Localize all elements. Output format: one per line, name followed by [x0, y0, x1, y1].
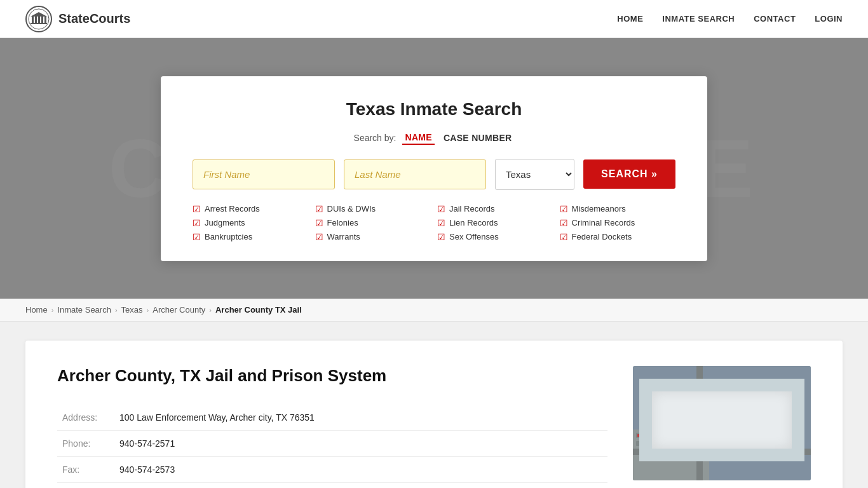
check-item: ☑Judgments	[193, 218, 309, 228]
svg-rect-22	[661, 433, 671, 438]
tab-name[interactable]: NAME	[402, 131, 434, 145]
jail-title: Archer County, TX Jail and Prison System	[57, 366, 607, 386]
content-card: Archer County, TX Jail and Prison System…	[25, 341, 843, 488]
svg-rect-6	[44, 17, 46, 23]
checkbox-icon: ☑	[437, 232, 445, 242]
svg-rect-15	[709, 385, 747, 410]
tab-case-number[interactable]: CASE NUMBER	[441, 132, 515, 144]
check-label: Judgments	[205, 218, 245, 227]
checkbox-icon: ☑	[193, 218, 201, 228]
check-label: Bankruptcies	[205, 232, 252, 241]
check-item: ☑Jail Records	[437, 204, 553, 214]
svg-rect-3	[35, 17, 37, 23]
check-label: Sex Offenses	[449, 232, 499, 241]
svg-rect-11	[633, 449, 811, 455]
svg-rect-26	[663, 434, 670, 437]
svg-rect-18	[798, 379, 800, 442]
check-label: Lien Records	[449, 218, 498, 227]
search-card-title: Texas Inmate Search	[193, 99, 675, 119]
svg-rect-16	[750, 385, 792, 410]
svg-point-29	[677, 400, 684, 408]
first-name-input[interactable]	[193, 159, 335, 189]
svg-rect-13	[703, 379, 798, 442]
facility-image	[633, 366, 811, 480]
breadcrumb-link[interactable]: Home	[25, 305, 48, 315]
search-by-row: Search by: NAME CASE NUMBER	[193, 131, 675, 145]
search-by-label: Search by:	[354, 133, 397, 143]
website-value: http://www.co.archer.tx.us/default.aspx?…	[114, 483, 607, 489]
checkbox-icon: ☑	[437, 204, 445, 214]
checkbox-icon: ☑	[315, 204, 323, 214]
check-label: Jail Records	[449, 204, 495, 214]
logo-text: StateCourts	[58, 11, 130, 26]
breadcrumb-separator: ›	[209, 306, 212, 314]
check-label: Criminal Records	[572, 218, 635, 227]
logo-area: StateCourts	[25, 6, 130, 32]
checkbox-icon: ☑	[560, 232, 568, 242]
check-item: ☑Warrants	[315, 232, 431, 242]
nav-contact[interactable]: CONTACT	[754, 14, 796, 24]
search-card: Texas Inmate Search Search by: NAME CASE…	[161, 76, 707, 261]
breadcrumb-separator: ›	[147, 306, 149, 314]
check-label: Federal Dockets	[572, 232, 632, 241]
content-left: Archer County, TX Jail and Prison System…	[57, 366, 607, 488]
svg-rect-23	[636, 441, 646, 446]
check-item: ☑Federal Dockets	[560, 232, 676, 242]
checkbox-icon: ☑	[315, 232, 323, 242]
breadcrumb-link[interactable]: Inmate Search	[57, 305, 111, 315]
check-item: ☑Sex Offenses	[437, 232, 553, 242]
svg-point-30	[665, 406, 671, 412]
main-content: Archer County, TX Jail and Prison System…	[0, 322, 868, 488]
svg-rect-24	[649, 441, 658, 446]
svg-marker-7	[31, 12, 47, 17]
search-inputs-row: Texas Alabama Alaska Arizona Arkansas Ca…	[193, 159, 675, 190]
content-right	[633, 366, 811, 488]
svg-point-28	[666, 396, 676, 406]
check-item: ☑Bankruptcies	[193, 232, 309, 242]
last-name-input[interactable]	[344, 159, 486, 189]
svg-rect-5	[41, 17, 43, 23]
check-item: ☑DUIs & DWIs	[315, 204, 431, 214]
check-item: ☑Misdemeanors	[560, 204, 676, 214]
nav-home[interactable]: HOME	[617, 14, 643, 24]
checkbox-icon: ☑	[315, 218, 323, 228]
address-value: 100 Law Enforcement Way, Archer city, TX…	[114, 405, 607, 431]
checkbox-icon: ☑	[193, 204, 201, 214]
phone-label: Phone:	[57, 431, 114, 457]
table-row: Address: 100 Law Enforcement Way, Archer…	[57, 405, 607, 431]
check-item: ☑Felonies	[315, 218, 431, 228]
breadcrumb: Home›Inmate Search›Texas›Archer County›A…	[0, 299, 868, 322]
breadcrumb-separator: ›	[115, 306, 118, 314]
svg-rect-27	[650, 442, 657, 445]
check-label: Warrants	[327, 232, 360, 241]
check-label: Misdemeanors	[572, 204, 626, 214]
check-item: ☑Lien Records	[437, 218, 553, 228]
nav-login[interactable]: LOGIN	[815, 14, 843, 24]
header: StateCourts HOME INMATE SEARCH CONTACT L…	[0, 0, 868, 38]
checkbox-icon: ☑	[560, 204, 568, 214]
checkbox-icon: ☑	[560, 218, 568, 228]
logo-icon	[25, 6, 52, 32]
check-label: DUIs & DWIs	[327, 204, 376, 214]
checkbox-icon: ☑	[437, 218, 445, 228]
nav-inmate-search[interactable]: INMATE SEARCH	[662, 14, 735, 24]
breadcrumb-link[interactable]: Texas	[121, 305, 143, 315]
svg-rect-4	[38, 17, 40, 23]
breadcrumb-link[interactable]: Archer County	[153, 305, 205, 315]
check-label: Felonies	[327, 218, 358, 227]
svg-rect-21	[649, 433, 658, 438]
table-row: Website: http://www.co.archer.tx.us/defa…	[57, 483, 607, 489]
svg-rect-25	[637, 434, 644, 437]
phone-value: 940-574-2571	[114, 431, 607, 457]
breadcrumb-current: Archer County TX Jail	[215, 305, 302, 315]
state-select[interactable]: Texas Alabama Alaska Arizona Arkansas Ca…	[495, 159, 574, 190]
check-item: ☑Arrest Records	[193, 204, 309, 214]
table-row: Fax: 940-574-2573	[57, 457, 607, 483]
svg-rect-14	[706, 382, 795, 439]
svg-rect-2	[32, 17, 34, 23]
checkboxes-grid: ☑Arrest Records☑DUIs & DWIs☑Jail Records…	[193, 204, 675, 242]
checkbox-icon: ☑	[193, 232, 201, 242]
main-nav: HOME INMATE SEARCH CONTACT LOGIN	[617, 14, 843, 24]
svg-rect-17	[709, 414, 792, 436]
search-button[interactable]: SEARCH »	[583, 159, 675, 189]
